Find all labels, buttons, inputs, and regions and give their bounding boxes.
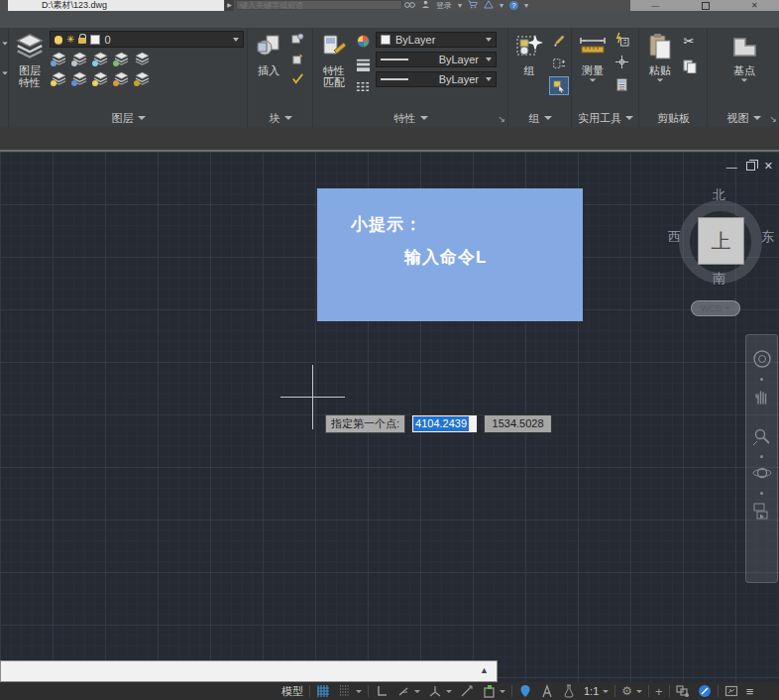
paste-button[interactable]: 粘贴 <box>644 31 676 108</box>
viewcube-south-label[interactable]: 南 <box>713 270 725 288</box>
annotation-autoscale-toggle[interactable] <box>558 682 580 700</box>
group-button[interactable]: 组 <box>513 31 545 108</box>
linetype-icon[interactable] <box>354 78 372 95</box>
snap-mode-toggle[interactable] <box>334 682 366 700</box>
viewcube-east-label[interactable]: 东 <box>761 228 774 246</box>
model-space-button[interactable]: 模型 <box>278 682 307 700</box>
chevron-down-icon[interactable] <box>636 690 642 693</box>
pan-hand-icon[interactable] <box>752 386 772 409</box>
tab-overflow-button[interactable]: ▶ <box>225 0 234 11</box>
polar-tracking-toggle[interactable] <box>392 682 424 700</box>
base-view-button[interactable]: 基点 <box>728 31 760 108</box>
dialog-launcher-icon[interactable]: ↘ <box>769 115 777 124</box>
minimize-document-button[interactable]: — <box>726 161 737 173</box>
viewcube-north-label[interactable]: 北 <box>713 186 725 204</box>
customization-menu-button[interactable]: ≡ <box>742 682 758 700</box>
measure-button[interactable]: 测量 <box>577 31 609 108</box>
help-search-input[interactable] <box>240 1 398 9</box>
lineweight-dropdown[interactable]: ByLayer <box>376 52 497 67</box>
close-window-button[interactable]: ✕ <box>751 1 758 10</box>
define-attributes-icon[interactable] <box>288 51 306 67</box>
group-panel-title[interactable]: 组 <box>509 109 571 127</box>
dynamic-input-toggle[interactable] <box>514 682 536 700</box>
command-line-bar[interactable]: ▲ <box>0 660 498 682</box>
layer-lock-icon[interactable] <box>112 51 130 67</box>
annotation-monitor-button[interactable]: + <box>651 682 667 700</box>
wcs-menu[interactable]: WCS <box>691 300 740 316</box>
drawing-canvas[interactable]: — ✕ 北 南 西 东 上 WCS 小提示： 输入命令L 指定第一个点: <box>0 152 779 682</box>
workspace-switch-button[interactable]: ⚙ <box>617 682 646 700</box>
object-snap-tracking-toggle[interactable] <box>456 682 478 700</box>
utilities-panel-title[interactable]: 实用工具 <box>573 109 638 127</box>
linetype-dropdown[interactable]: ByLayer <box>376 71 497 87</box>
layer-merge-icon[interactable] <box>133 70 151 87</box>
restore-window-button[interactable] <box>702 2 710 10</box>
viewcube-top-face[interactable]: 上 <box>698 217 744 265</box>
layer-turn-on-icon[interactable] <box>50 70 67 87</box>
clipboard-panel-title[interactable]: 剪贴板 <box>640 109 707 127</box>
layer-unlock-all-icon[interactable] <box>112 70 130 87</box>
showmotion-icon[interactable] <box>752 500 772 524</box>
orbit-icon[interactable] <box>752 463 772 487</box>
dropdown-icon[interactable]: ▾ <box>458 1 462 10</box>
app-store-cart-icon[interactable] <box>468 0 478 11</box>
layer-properties-button[interactable]: 图层特性 <box>14 31 46 108</box>
annotation-scale-button[interactable]: 1:1 <box>580 682 612 700</box>
layer-dropdown[interactable]: ✳ 0 <box>50 31 244 48</box>
search-binoculars-icon[interactable] <box>404 1 415 11</box>
navigation-wheel-icon[interactable] <box>752 349 772 373</box>
insert-block-button[interactable]: 插入 <box>253 31 284 108</box>
close-document-button[interactable]: ✕ <box>764 160 773 173</box>
navigation-bar[interactable] <box>745 334 778 583</box>
match-properties-button[interactable]: 特性匹配 <box>318 31 350 108</box>
copy-icon[interactable] <box>680 58 698 74</box>
create-block-icon[interactable] <box>288 31 306 48</box>
chevron-down-icon[interactable] <box>446 690 452 693</box>
id-point-icon[interactable] <box>612 54 630 70</box>
chevron-down-icon[interactable] <box>603 690 609 693</box>
minimize-window-button[interactable]: — <box>651 1 659 10</box>
ungroup-icon[interactable] <box>549 54 569 72</box>
ortho-mode-toggle[interactable] <box>371 682 392 700</box>
layer-freeze-icon[interactable] <box>91 51 109 67</box>
layer-panel-title[interactable]: 图层 <box>10 109 247 127</box>
manage-attributes-icon[interactable] <box>288 70 306 87</box>
isolate-objects-button[interactable] <box>672 682 694 700</box>
dropdown-icon[interactable]: ▾ <box>500 1 503 10</box>
chevron-down-icon[interactable] <box>414 690 420 693</box>
dialog-launcher-icon[interactable]: ↘ <box>498 115 505 124</box>
properties-panel-title[interactable]: 特性 ↘ <box>314 109 507 127</box>
object-snap-toggle[interactable] <box>478 682 509 700</box>
isodraft-toggle[interactable] <box>424 682 456 700</box>
restore-document-button[interactable] <box>746 162 755 171</box>
zoom-icon[interactable] <box>752 426 772 450</box>
layer-thaw-all-icon[interactable] <box>91 70 109 87</box>
lineweight-icon[interactable] <box>354 56 372 72</box>
signin-label[interactable]: 登录 <box>436 0 452 11</box>
quick-calculator-icon[interactable] <box>612 76 630 93</box>
help-icon[interactable]: ? <box>509 1 518 10</box>
annotation-visibility-toggle[interactable] <box>536 682 558 700</box>
layer-isolate-icon[interactable] <box>70 51 88 67</box>
viewcube-west-label[interactable]: 西 <box>668 228 681 246</box>
file-tab[interactable]: D:\素材\123.dwg <box>8 0 224 11</box>
hardware-acceleration-button[interactable] <box>694 682 716 700</box>
cut-scissors-icon[interactable]: ✂ <box>680 33 698 50</box>
grid-display-toggle[interactable] <box>312 682 334 700</box>
dropdown-icon[interactable]: ▾ <box>524 1 528 10</box>
group-selection-toggle[interactable] <box>549 76 569 95</box>
block-panel-title[interactable]: 块 <box>249 109 312 127</box>
layer-match-icon[interactable] <box>133 51 151 67</box>
dynamic-input-y-field[interactable]: 1534.5028 <box>484 414 552 433</box>
help-search-box[interactable] <box>236 0 402 10</box>
chevron-down-icon[interactable] <box>500 690 505 693</box>
group-edit-icon[interactable] <box>549 31 569 50</box>
dynamic-input-x-field[interactable]: 4104.2439 <box>411 414 478 433</box>
layer-off-icon[interactable] <box>50 51 67 67</box>
clean-screen-button[interactable] <box>721 682 742 700</box>
layer-previous-icon[interactable] <box>70 70 88 87</box>
view-panel-title[interactable]: 视图 ↘ <box>709 109 779 127</box>
chevron-down-icon[interactable] <box>356 690 362 693</box>
user-icon[interactable] <box>421 0 430 11</box>
object-color-dropdown[interactable]: ByLayer <box>376 32 497 48</box>
